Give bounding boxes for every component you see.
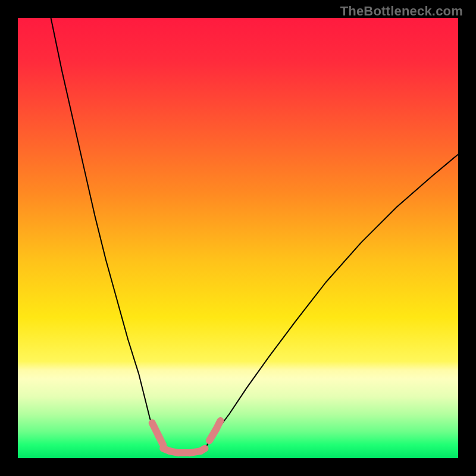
chart-background-gradient — [18, 18, 458, 458]
watermark-text: TheBottleneck.com — [340, 4, 463, 19]
outer-black-frame: TheBottleneck.com — [0, 0, 476, 476]
chart-svg — [18, 18, 458, 458]
series-floor-overlay-dashes-seg — [201, 449, 205, 451]
plot-area — [18, 18, 458, 458]
series-right-edge-overlay-seg — [216, 421, 220, 430]
series-left-edge-overlay-seg — [159, 436, 163, 445]
